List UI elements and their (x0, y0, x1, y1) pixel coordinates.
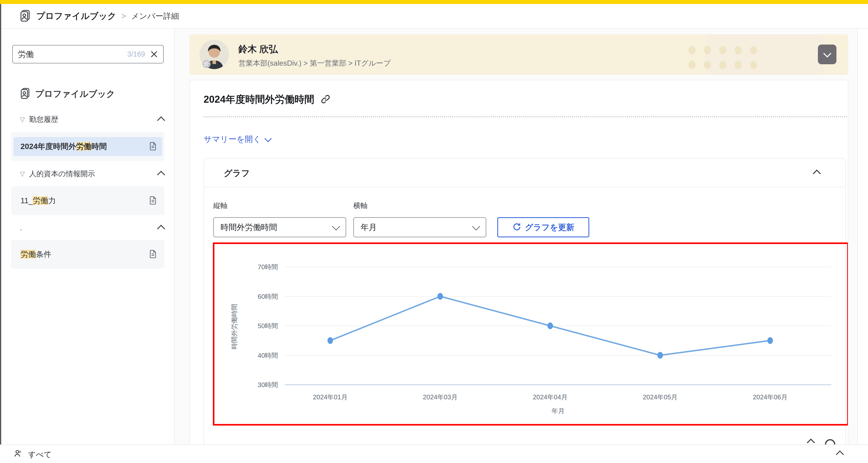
scrollbar-track[interactable] (857, 29, 868, 445)
x-axis-select-label: 横軸 (353, 201, 368, 210)
svg-text:30時間: 30時間 (258, 381, 278, 389)
chevron-down-icon (472, 222, 480, 230)
chevron-up-icon[interactable] (836, 451, 844, 459)
svg-text:2024年05月: 2024年05月 (643, 393, 677, 401)
section-label: . (20, 224, 154, 232)
svg-text:2024年06月: 2024年06月 (753, 393, 787, 401)
sidebar-item-container: 労働条件 (11, 240, 164, 269)
svg-text:時間外労働時間: 時間外労働時間 (230, 304, 238, 350)
chevron-down-icon (823, 49, 831, 57)
sidebar-book-header[interactable]: プロファイルブック (19, 88, 115, 100)
sidebar-item-workforce[interactable]: 11_労働力 (13, 191, 162, 210)
chevron-down-icon (265, 135, 272, 142)
update-graph-button[interactable]: グラフを更新 (497, 217, 589, 237)
search-input[interactable]: 労働 (18, 49, 127, 60)
search-match-counter: 3/169 (127, 50, 145, 58)
record-title: 2024年度時間外労働時間 (204, 93, 314, 106)
people-icon (13, 449, 23, 459)
document-icon (148, 196, 157, 206)
link-icon[interactable] (320, 94, 331, 105)
document-icon (148, 141, 157, 152)
member-org-path: 営業本部(salesDiv.) > 第一営業部 > ITグループ (238, 58, 391, 68)
svg-text:40時間: 40時間 (258, 352, 278, 359)
chevron-down-icon (332, 222, 340, 230)
sidebar-item-container: 11_労働力 (11, 186, 164, 215)
graph-panel: グラフ 縦軸 時間外労働時間 横軸 年月 (204, 158, 846, 463)
search-hit-highlight: 労働 (21, 250, 36, 258)
svg-text:50時間: 50時間 (258, 322, 278, 330)
search-hit-highlight: 労働 (33, 196, 48, 205)
graph-panel-title: グラフ (224, 168, 250, 179)
sidebar-item-container: 2024年度時間外労働時間 (11, 132, 164, 161)
top-accent-bar (0, 0, 868, 4)
sidebar-book-title: プロファイルブック (35, 88, 115, 100)
panel-divider (204, 187, 845, 187)
section-triangle-icon: ▽ (20, 116, 25, 123)
section-triangle-icon: ▽ (20, 170, 25, 177)
svg-text:年月: 年月 (552, 407, 565, 415)
dotted-divider (204, 116, 847, 117)
bottom-bar: すべて (0, 444, 868, 463)
panel-collapse-chevron-icon[interactable] (813, 169, 821, 177)
svg-text:60時間: 60時間 (258, 293, 278, 300)
sidebar: 労働 3/169 プロファイルブック ▽ 勤怠履歴 2024年度時間外労働時 (1, 29, 175, 445)
banner-decoration-dots (688, 46, 766, 75)
sidebar-section-human-capital[interactable]: ▽ 人的資本の情報開示 (20, 169, 164, 179)
chevron-up-icon[interactable] (157, 225, 165, 233)
document-icon (148, 249, 157, 259)
breadcrumb-page: メンバー詳細 (131, 11, 179, 22)
record-card: 2024年度時間外労働時間 サマリーを開く グラフ 縦軸 (189, 80, 848, 463)
svg-text:2024年01月: 2024年01月 (313, 393, 348, 401)
member-name: 鈴木 欣弘 (238, 43, 278, 55)
scope-filter-label[interactable]: すべて (28, 449, 52, 460)
app-header: プロファイルブック > メンバー詳細 (1, 4, 868, 29)
avatar[interactable] (199, 39, 229, 69)
svg-text:70時間: 70時間 (258, 263, 278, 271)
chevron-up-icon[interactable] (157, 116, 165, 124)
record-title-row: 2024年度時間外労働時間 (204, 93, 331, 106)
refresh-icon (512, 222, 521, 232)
profile-banner: 鈴木 欣弘 営業本部(salesDiv.) > 第一営業部 > ITグループ (189, 34, 848, 75)
banner-collapse-button[interactable] (818, 44, 836, 64)
profile-book-icon (19, 88, 31, 100)
section-label: 勤怠履歴 (29, 114, 154, 124)
app-title[interactable]: プロファイルブック (36, 10, 116, 22)
sidebar-item-labor-conditions[interactable]: 労働条件 (13, 245, 162, 264)
sidebar-section-dot[interactable]: . (20, 223, 164, 233)
app-window: プロファイルブック > メンバー詳細 労働 3/169 プロファイルブック ▽ … (0, 0, 868, 463)
y-axis-select-label: 縦軸 (213, 201, 227, 210)
section-label: 人的資本の情報開示 (29, 169, 154, 179)
sidebar-item-overtime-2024[interactable]: 2024年度時間外労働時間 (13, 137, 162, 156)
sidebar-search-box[interactable]: 労働 3/169 (12, 45, 164, 63)
sidebar-section-attendance[interactable]: ▽ 勤怠履歴 (20, 114, 164, 125)
x-axis-select[interactable]: 年月 (353, 217, 486, 237)
svg-text:2024年03月: 2024年03月 (423, 393, 458, 401)
profile-book-icon (19, 10, 31, 23)
main-content: 鈴木 欣弘 営業本部(salesDiv.) > 第一営業部 > ITグループ 2… (175, 29, 868, 445)
breadcrumb-separator: > (121, 12, 126, 21)
search-clear-icon[interactable] (150, 50, 158, 58)
chart-annotation-red-box: 30時間40時間50時間60時間70時間2024年01月2024年03月2024… (213, 242, 848, 426)
y-axis-select[interactable]: 時間外労働時間 (213, 217, 346, 237)
chevron-up-icon[interactable] (157, 170, 165, 178)
open-summary-link[interactable]: サマリーを開く (204, 134, 271, 145)
svg-text:2024年04月: 2024年04月 (533, 393, 567, 401)
search-hit-highlight: 労働 (76, 142, 92, 151)
overtime-line-chart: 30時間40時間50時間60時間70時間2024年01月2024年03月2024… (214, 244, 847, 424)
